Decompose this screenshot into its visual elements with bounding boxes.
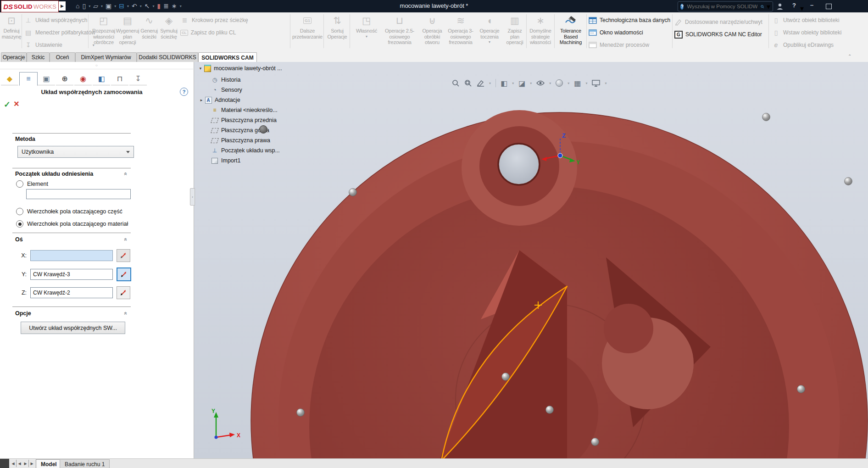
panel-splitter-handle[interactable]: ‹ — [190, 188, 195, 206]
tree-item-adnotacje[interactable]: ▸ A Adnotacje — [198, 95, 240, 105]
tree-item-sensory[interactable]: ◔ Sensory — [211, 85, 242, 95]
edit-appearance-icon[interactable] — [556, 79, 563, 87]
search-caret-icon[interactable]: ▾ — [767, 2, 770, 11]
cancel-button[interactable]: × — [14, 99, 19, 109]
part-through-hole[interactable] — [498, 144, 540, 185]
save-cl-file-button[interactable]: CLZapisz do pliku CL — [180, 28, 236, 38]
create-library-object-button[interactable]: ▯ Utwórz obiekt biblioteki — [772, 15, 840, 25]
last-tab-icon[interactable]: ▶ — [28, 460, 35, 467]
stock-manager-button[interactable]: ▤Menedżer półfabrykatów — [24, 28, 95, 38]
help-caret-icon[interactable]: ▾ — [800, 4, 804, 13]
view-orientation-icon[interactable]: ◧ — [501, 79, 507, 88]
panel-tab-featuremanager[interactable]: ◆ — [1, 72, 18, 85]
create-sw-coordinate-system-button[interactable]: Utwórz układ współrzędnych SW... — [21, 322, 125, 334]
tree-item-poczatek-ukladu[interactable]: ⊥ Początek układu wsp... — [211, 145, 280, 156]
setup-button[interactable]: ↧Ustawienie ▾ — [24, 40, 95, 50]
undo-caret-icon[interactable]: ▾ — [140, 4, 142, 8]
insert-library-objects-button[interactable]: ▯ Wstaw obiekty biblioteki — [772, 28, 841, 38]
simulate-toolpath-button[interactable]: ◈ Symuluj ścieżkę — [159, 14, 179, 39]
vertex-sphere[interactable] — [297, 409, 305, 417]
publish-edrawings-button[interactable]: e Opublikuj eDrawings — [772, 40, 834, 50]
undo-icon[interactable]: ↶ — [132, 1, 137, 11]
zoom-to-fit-icon[interactable] — [452, 79, 460, 87]
section-caret-icon[interactable]: ▾ — [489, 81, 491, 85]
turn-operations-button[interactable]: ◖ Operacje toczenia ▾ — [478, 14, 501, 44]
vertex-sphere[interactable] — [797, 385, 805, 393]
default-feature-strategies-button[interactable]: ∗ Domyślne strategie własności — [528, 14, 553, 45]
tab-dodatki-solidworks[interactable]: Dodatki SOLIDWORKS — [137, 52, 198, 62]
options-list-icon[interactable]: ≣ — [163, 1, 169, 11]
vertex-sphere[interactable] — [349, 189, 357, 196]
bbox-part-radio[interactable] — [16, 208, 23, 215]
model-tab[interactable]: Model — [36, 459, 62, 468]
motion-study-tab[interactable]: Badanie ruchu 1 — [60, 459, 110, 468]
post-process-button[interactable]: G1 Dalsze przetwarzanie — [292, 14, 323, 39]
tree-collapsed-icon[interactable]: ▸ — [198, 98, 205, 102]
tab-szkic[interactable]: Szkic — [27, 52, 50, 62]
user-account-icon[interactable] — [776, 3, 784, 10]
settings-gear-icon[interactable]: ∗ — [172, 1, 177, 11]
generate-operation-plan-button[interactable]: ▤ Wygeneruj plan operacji — [116, 14, 139, 45]
metoda-dropdown[interactable]: Użytkownika — [17, 146, 134, 158]
scene-caret-icon[interactable]: ▾ — [585, 81, 587, 85]
open-icon[interactable]: ▱ — [93, 1, 98, 11]
hide-show-caret-icon[interactable]: ▾ — [549, 81, 551, 85]
view-settings-icon[interactable] — [592, 80, 600, 87]
panel-tab-cam-tools[interactable]: ↧ — [129, 72, 147, 85]
select-icon[interactable]: ↖ — [145, 1, 150, 11]
vertex-sphere[interactable] — [845, 178, 852, 185]
panel-help-icon[interactable]: ? — [180, 88, 188, 96]
tree-item-plaszczyzna-prawa[interactable]: Płaszczyzna prawa — [211, 135, 270, 145]
radio-element-row[interactable]: Element — [16, 180, 48, 188]
panel-tab-cam-features[interactable]: ◧ — [93, 72, 110, 85]
tab-solidworks-cam[interactable]: SOLIDWORKS CAM — [198, 52, 257, 62]
vertex-sphere[interactable] — [502, 373, 510, 381]
z-axis-input[interactable] — [30, 287, 113, 298]
view-settings-caret-icon[interactable]: ▾ — [605, 81, 606, 85]
vertex-sphere[interactable] — [546, 406, 554, 414]
step-through-toolpath-button[interactable]: ≣Krokowo przez ścieżkę — [180, 15, 248, 25]
save-caret-icon[interactable]: ▾ — [114, 4, 116, 8]
tab-ocen[interactable]: Oceń — [50, 52, 75, 62]
tree-item-import1[interactable]: Import1 — [211, 156, 240, 166]
mill-3axis-operation-button[interactable]: ≋ Operacja 3-osiowego frezowania — [447, 14, 474, 45]
search-input[interactable] — [686, 3, 758, 10]
element-radio[interactable] — [16, 180, 23, 188]
new-caret-icon[interactable]: ▾ — [89, 4, 90, 8]
first-tab-icon[interactable]: ◀ — [10, 460, 17, 467]
y-axis-input[interactable] — [30, 269, 113, 280]
define-machine-button[interactable]: ⊡ Definiuj maszynę — [2, 14, 21, 39]
open-caret-icon[interactable]: ▾ — [101, 4, 103, 8]
print-icon[interactable]: ⊟ — [119, 1, 124, 11]
panel-tab-configurations[interactable]: ▣ — [38, 72, 55, 85]
apply-scene-icon[interactable]: ▦ — [574, 79, 581, 88]
minimize-button[interactable]: – — [810, 1, 813, 8]
ok-button[interactable]: ✓ — [4, 100, 11, 110]
tree-item-plaszczyzna-przednia[interactable]: Płaszczyzna przednia — [211, 115, 277, 125]
tab-dimxpert[interactable]: DimXpert Wymiarów — [75, 52, 137, 62]
element-selection-input[interactable] — [26, 189, 131, 199]
panel-tab-displaymanager[interactable]: ◉ — [74, 72, 92, 85]
y-reverse-direction-button[interactable] — [117, 267, 131, 281]
vertex-sphere[interactable] — [762, 113, 770, 121]
print-caret-icon[interactable]: ▾ — [127, 4, 129, 8]
tree-expand-icon[interactable]: ▾ — [197, 66, 204, 71]
section-view-icon[interactable] — [477, 80, 484, 87]
zoom-to-area-icon[interactable] — [464, 79, 472, 87]
custom-tool-holder-button[interactable]: Dostosowane narzędzie/uchwyt — [674, 17, 762, 27]
process-manager-button[interactable]: Menedżer procesów — [589, 40, 649, 50]
hole-operation-button[interactable]: ⊎ Operacja obróbki otworu — [419, 14, 445, 45]
home-icon[interactable]: ⌂ — [76, 1, 79, 11]
viewport-3d-scene[interactable]: Z Y Y X — [194, 62, 868, 458]
tree-item-material[interactable]: ≡ Materiał <nieokreślo... — [211, 105, 278, 115]
extract-machinable-features-button[interactable]: ◰ Rozpoznaj własności obróbcze — [92, 14, 116, 45]
help-button[interactable]: ? — [792, 2, 796, 9]
tolerance-based-machining-button[interactable]: Tolerance Based Machining — [557, 14, 584, 45]
panel-collapse-strip[interactable]: ○ — [0, 62, 193, 69]
options-collapse-icon[interactable]: » — [122, 310, 128, 317]
help-search-box[interactable]: ? ▾ — [678, 1, 773, 11]
restore-button[interactable] — [826, 4, 832, 9]
part-right-boss-small[interactable] — [604, 304, 653, 353]
view-orientation-caret-icon[interactable]: ▾ — [512, 81, 514, 85]
panel-tab-dimxpert[interactable]: ⊕ — [56, 72, 73, 85]
